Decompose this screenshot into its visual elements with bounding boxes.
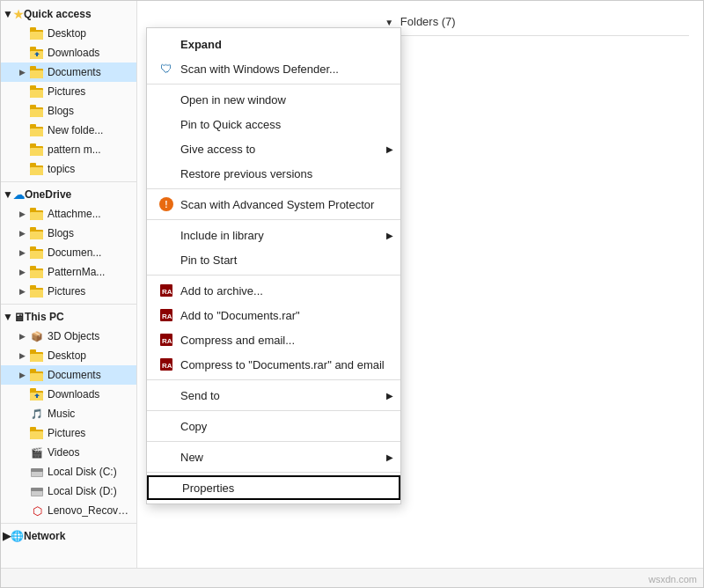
sidebar-item-documents-pc[interactable]: ▶ Documents: [1, 365, 136, 385]
sidebar-desktop-pc-label: Desktop: [48, 349, 133, 362]
sidebar-downloads-label: Downloads: [48, 47, 133, 59]
ctx-item-copy[interactable]: Copy: [147, 414, 400, 438]
ctx-copy-label: Copy: [180, 420, 207, 433]
sidebar-item-topics[interactable]: topics: [1, 159, 136, 179]
sidebar-item-documents[interactable]: ▶ Documents: [1, 62, 136, 82]
videos-icon: 🎬: [29, 445, 45, 460]
sidebar-item-patternma[interactable]: ▶ PatternMa...: [1, 262, 136, 282]
svg-text:RAR: RAR: [162, 362, 173, 370]
this-pc-icon: 🖥: [13, 311, 25, 324]
svg-rect-30: [30, 227, 36, 231]
rar3-icon: RAR: [158, 331, 175, 349]
give-access-arrow-icon: ▶: [386, 144, 393, 154]
ctx-item-scan-asp[interactable]: ! Scan with Advanced System Protector: [147, 192, 400, 217]
sidebar-item-documents-od[interactable]: ▶ Documen...: [1, 243, 136, 262]
ctx-compress-email-label: Compress and email...: [180, 334, 295, 347]
ctx-item-send-to[interactable]: Send to ▶: [147, 383, 400, 408]
ctx-item-properties[interactable]: Properties: [147, 475, 400, 500]
sidebar-blogs-label: Blogs: [48, 105, 133, 117]
folders-header-label: Folders (7): [400, 15, 456, 28]
svg-rect-24: [30, 163, 36, 166]
ctx-separator-6: [147, 410, 400, 411]
ctx-separator-8: [147, 472, 400, 473]
sidebar-item-pattern-m[interactable]: pattern m...: [1, 140, 136, 159]
ctx-item-compress-rar-email[interactable]: RAR Compress to "Documents.rar" and emai…: [147, 352, 400, 377]
onedrive-icon: ☁: [13, 188, 25, 202]
svg-rect-23: [30, 167, 43, 175]
sidebar-item-downloads[interactable]: Downloads: [1, 43, 136, 62]
sidebar-item-desktop-pc[interactable]: ▶ Desktop: [1, 346, 136, 365]
folders-collapse-arrow[interactable]: ▼: [385, 18, 393, 27]
blogs-od-folder-icon: [29, 225, 45, 241]
pictures-folder-icon: [29, 84, 45, 99]
pictures-od-folder-icon: [29, 283, 45, 299]
ctx-item-open-new-window[interactable]: Open in new window: [147, 87, 400, 112]
sidebar-item-3d-objects[interactable]: ▶ 📦 3D Objects: [1, 327, 136, 346]
ctx-send-to-label: Send to: [180, 389, 220, 402]
sidebar-item-pictures[interactable]: Pictures: [1, 82, 136, 101]
svg-rect-29: [30, 232, 43, 239]
sidebar-item-blogs-od[interactable]: ▶ Blogs: [1, 224, 136, 243]
sidebar-section-quick-access[interactable]: ▼ ★ Quick access: [1, 4, 136, 24]
sidebar-item-new-folder[interactable]: New folde...: [1, 121, 136, 140]
sidebar-item-downloads-pc[interactable]: Downloads: [1, 385, 136, 404]
sidebar-blogs-od-label: Blogs: [48, 227, 133, 239]
svg-rect-51: [30, 431, 43, 439]
local-disk-c-icon: [29, 464, 45, 480]
svg-rect-21: [30, 143, 36, 147]
sidebar-item-desktop[interactable]: Desktop: [1, 24, 136, 43]
ctx-pin-quick-label: Pin to Quick access: [180, 118, 281, 131]
include-library-icon: [158, 226, 175, 244]
sidebar-attachments-label: Attachme...: [48, 208, 133, 220]
svg-rect-1: [30, 32, 43, 40]
sidebar-item-videos[interactable]: 🎬 Videos: [1, 443, 136, 462]
new-arrow-icon: ▶: [386, 452, 393, 462]
svg-rect-38: [30, 290, 43, 298]
svg-rect-27: [30, 208, 36, 211]
ctx-separator-3: [147, 219, 400, 220]
pin-quick-icon: [158, 115, 175, 133]
sidebar-item-blogs[interactable]: Blogs: [1, 101, 136, 121]
ctx-item-expand[interactable]: Expand: [147, 32, 400, 56]
svg-rect-9: [30, 66, 36, 70]
quick-access-label: Quick access: [24, 8, 92, 20]
documents-folder-icon: [29, 64, 45, 80]
ctx-open-window-label: Open in new window: [180, 93, 286, 107]
copy-icon: [158, 417, 175, 435]
sidebar-item-attachments[interactable]: ▶ Attachme...: [1, 204, 136, 224]
sidebar: ▼ ★ Quick access Desktop Downloads ▶: [1, 1, 137, 568]
include-library-arrow-icon: ▶: [386, 231, 393, 240]
sidebar-section-this-pc[interactable]: ▼ 🖥 This PC: [1, 307, 136, 327]
sidebar-item-music[interactable]: 🎵 Music: [1, 404, 136, 423]
ctx-item-new[interactable]: New ▶: [147, 445, 400, 469]
ctx-item-include-library[interactable]: Include in library ▶: [147, 223, 400, 247]
sidebar-item-pictures-od[interactable]: ▶ Pictures: [1, 282, 136, 301]
sidebar-pattern-label: pattern m...: [48, 143, 133, 156]
topics-folder-icon: [29, 161, 45, 177]
sidebar-item-local-disk-c[interactable]: Local Disk (C:): [1, 462, 136, 481]
ctx-item-pin-quick-access[interactable]: Pin to Quick access: [147, 112, 400, 136]
ctx-item-add-rar[interactable]: RAR Add to "Documents.rar": [147, 303, 400, 327]
sidebar-item-lenovo-recovery[interactable]: ⬡ Lenovo_Recovery (E...: [1, 501, 136, 520]
svg-rect-2: [30, 27, 36, 31]
sidebar-new-folder-label: New folde...: [48, 124, 133, 136]
ctx-item-give-access[interactable]: Give access to ▶: [147, 136, 400, 161]
rar4-icon: RAR: [158, 356, 175, 373]
sidebar-section-onedrive[interactable]: ▼ ☁ OneDrive: [1, 185, 136, 204]
ctx-item-add-archive[interactable]: RAR Add to archive...: [147, 278, 400, 303]
open-window-icon: [158, 91, 175, 108]
ctx-item-pin-start[interactable]: Pin to Start: [147, 247, 400, 272]
sidebar-item-pictures-pc[interactable]: Pictures: [1, 423, 136, 443]
ctx-item-compress-email[interactable]: RAR Compress and email...: [147, 327, 400, 352]
sidebar-section-network[interactable]: ▶ 🌐 Network: [1, 526, 136, 546]
quick-access-star-icon: ★: [13, 8, 24, 21]
ctx-item-restore-versions[interactable]: Restore previous versions: [147, 161, 400, 186]
ctx-restore-label: Restore previous versions: [180, 167, 312, 180]
sidebar-item-local-disk-d[interactable]: Local Disk (D:): [1, 481, 136, 501]
svg-rect-41: [30, 354, 43, 362]
patternma-folder-icon: [29, 264, 45, 280]
context-menu: Expand 🛡 Scan with Windows Defender... O…: [146, 27, 401, 504]
local-disk-d-icon: [29, 483, 45, 499]
properties-icon: [159, 479, 177, 496]
ctx-item-scan-defender[interactable]: 🛡 Scan with Windows Defender...: [147, 56, 400, 81]
